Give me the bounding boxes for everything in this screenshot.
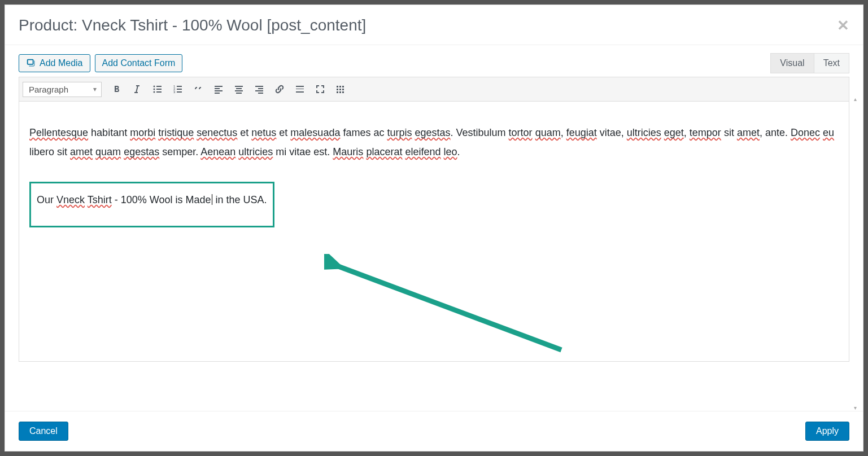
- add-contact-form-label: Add Contact Form: [102, 58, 176, 68]
- svg-rect-28: [337, 86, 338, 87]
- bullet-list-icon[interactable]: [148, 80, 167, 99]
- align-right-icon[interactable]: [250, 80, 269, 99]
- svg-rect-16: [235, 86, 243, 87]
- annotation-arrow-icon: [324, 254, 573, 361]
- modal-footer: Cancel Apply: [5, 411, 863, 451]
- format-label: Paragraph: [29, 85, 68, 94]
- svg-rect-31: [337, 89, 338, 90]
- align-center-icon[interactable]: [229, 80, 248, 99]
- modal-body: Add Media Add Contact Form Visual Text P…: [5, 45, 863, 411]
- scrollbar[interactable]: [854, 97, 861, 411]
- svg-point-4: [154, 91, 155, 93]
- svg-rect-5: [156, 91, 162, 93]
- blockquote-icon[interactable]: [189, 80, 208, 99]
- modal-title: Product: Vneck Tshirt - 100% Wool [post_…: [19, 16, 366, 34]
- svg-line-38: [335, 265, 561, 350]
- svg-point-0: [154, 86, 155, 87]
- svg-rect-9: [177, 89, 182, 90]
- svg-rect-17: [236, 88, 242, 89]
- top-row: Add Media Add Contact Form Visual Text: [19, 53, 849, 73]
- svg-rect-33: [342, 89, 344, 90]
- svg-rect-36: [342, 91, 344, 93]
- svg-rect-29: [339, 86, 341, 87]
- fullscreen-icon[interactable]: [311, 80, 330, 99]
- kitchensink-icon[interactable]: [331, 80, 350, 99]
- editor-tabs: Visual Text: [770, 53, 849, 73]
- modal-header: Product: Vneck Tshirt - 100% Wool [post_…: [5, 5, 863, 45]
- svg-rect-30: [342, 86, 344, 87]
- svg-text:3: 3: [173, 90, 176, 94]
- apply-button[interactable]: Apply: [805, 422, 849, 441]
- content-paragraph-2[interactable]: Our Vneck Tshirt - 100% Wool is Made in …: [37, 190, 267, 209]
- svg-rect-21: [258, 88, 263, 89]
- italic-icon[interactable]: [128, 80, 147, 99]
- bold-icon[interactable]: [107, 80, 127, 99]
- svg-rect-3: [156, 89, 162, 90]
- tab-visual[interactable]: Visual: [770, 53, 814, 73]
- tab-text[interactable]: Text: [814, 53, 849, 73]
- media-buttons: Add Media Add Contact Form: [19, 54, 182, 72]
- svg-rect-34: [337, 91, 338, 93]
- svg-rect-20: [255, 86, 263, 87]
- format-select[interactable]: Paragraph: [23, 82, 102, 97]
- svg-rect-27: [296, 91, 304, 93]
- svg-rect-18: [235, 90, 243, 91]
- editor-frame: Paragraph 123 Pellentesque ha: [19, 77, 849, 362]
- svg-rect-12: [215, 86, 223, 87]
- annotation-highlight-box: Our Vneck Tshirt - 100% Wool is Made in …: [29, 182, 274, 227]
- align-left-icon[interactable]: [209, 80, 228, 99]
- svg-rect-7: [177, 86, 182, 87]
- svg-rect-22: [255, 90, 263, 91]
- svg-rect-19: [236, 93, 242, 94]
- svg-rect-13: [215, 88, 220, 89]
- svg-rect-24: [296, 86, 304, 87]
- media-icon: [26, 58, 36, 68]
- add-contact-form-button[interactable]: Add Contact Form: [95, 54, 183, 72]
- svg-point-2: [154, 89, 155, 90]
- add-media-button[interactable]: Add Media: [19, 54, 90, 72]
- number-list-icon[interactable]: 123: [168, 80, 187, 99]
- svg-rect-15: [215, 93, 220, 94]
- cancel-button[interactable]: Cancel: [19, 422, 68, 441]
- editor-toolbar: Paragraph 123: [19, 77, 849, 102]
- svg-rect-26: [296, 89, 304, 89]
- svg-rect-14: [215, 90, 223, 91]
- svg-rect-1: [156, 86, 162, 87]
- svg-rect-35: [339, 91, 341, 93]
- close-icon[interactable]: ✕: [837, 18, 849, 33]
- editor-content[interactable]: Pellentesque habitant morbi tristique se…: [19, 102, 849, 361]
- link-icon[interactable]: [270, 80, 289, 99]
- readmore-icon[interactable]: [290, 80, 309, 99]
- add-media-label: Add Media: [40, 58, 83, 68]
- svg-rect-32: [339, 89, 341, 90]
- svg-rect-11: [177, 91, 182, 93]
- editor-modal: Product: Vneck Tshirt - 100% Wool [post_…: [5, 5, 863, 451]
- svg-rect-23: [258, 93, 263, 94]
- content-paragraph-1[interactable]: Pellentesque habitant morbi tristique se…: [29, 123, 839, 161]
